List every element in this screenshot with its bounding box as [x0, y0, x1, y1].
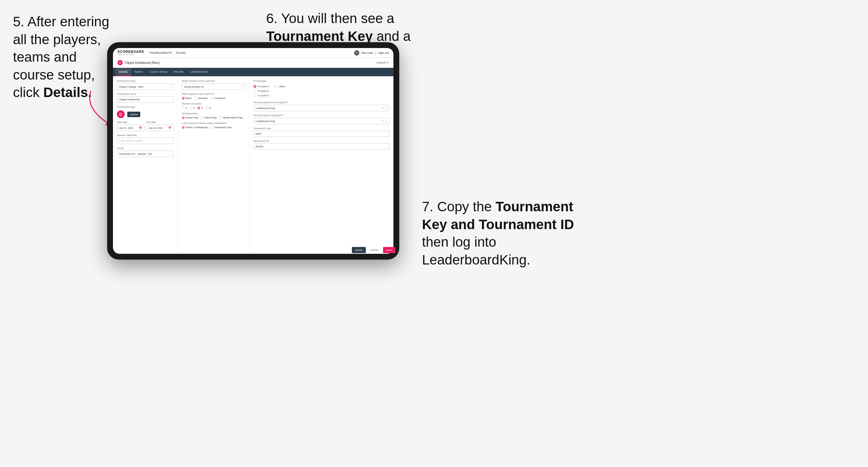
gender-mens-radio[interactable]	[182, 97, 185, 100]
tab-leaderboards[interactable]: Leaderboards	[187, 68, 211, 76]
format-options: 5 count 4 6 count 4 6 count 5	[253, 84, 390, 98]
user-name: Test User	[361, 51, 374, 55]
api1-clear-icon[interactable]: ✕	[381, 107, 384, 110]
tournament-name-row: C Clippd Invitational (Men)	[118, 60, 160, 65]
user-avatar: TU	[354, 50, 359, 56]
scoring-match-radio[interactable]	[200, 116, 204, 119]
scoreboard-logo: SCOREBOARD Powered by clippd	[118, 50, 144, 56]
api2-label: Use third-party scoring API?	[253, 114, 390, 117]
gender-womens[interactable]: Womens	[194, 97, 208, 100]
sign-out-button[interactable]: Sign out	[378, 51, 389, 55]
api1-dropdown[interactable]: Leaderboard King ✕ ⌄	[253, 105, 390, 111]
start-calendar-icon: 📅	[139, 127, 142, 129]
round-3[interactable]: 3	[197, 106, 203, 110]
tournament-name-input[interactable]: Clippd Invitational	[117, 96, 174, 103]
sponsor-label: Sponsor (optional)	[117, 134, 174, 136]
gender-womens-radio[interactable]	[194, 97, 197, 100]
tournament-key-value: 6efb7	[253, 131, 390, 137]
tab-results[interactable]: Results	[170, 68, 187, 76]
teams-label: Is this event for Teams and/or Individua…	[182, 122, 245, 125]
format-5count4-radio[interactable]	[253, 85, 256, 88]
format-other-radio[interactable]	[274, 85, 277, 88]
scoring-stroke[interactable]: Stroke Play	[182, 116, 198, 119]
upload-button[interactable]: Upload	[127, 112, 140, 117]
teams-with-individuals[interactable]: Teams (+Individuals)	[182, 126, 208, 129]
round-3-radio[interactable]	[197, 106, 200, 110]
format-label: Format type	[253, 80, 390, 83]
tablet-screen: SCOREBOARD Powered by clippd TOURNAMENTS…	[113, 48, 394, 254]
tab-bar: Details Teams Course Setup Results Leade…	[113, 68, 394, 76]
round-4-radio[interactable]	[206, 106, 208, 110]
format-5count4[interactable]: 5 count 4	[253, 85, 269, 88]
division-dropdown[interactable]: NCAA Division III ⌄	[182, 84, 245, 90]
sponsor-input[interactable]: Enter sponsor name	[117, 137, 174, 144]
start-date-field: Start date Jan 21, 2024 📅	[117, 121, 145, 131]
rounds-options: 1 2 3 4	[182, 106, 245, 110]
bottom-bar: Delete Cancel Save	[352, 247, 394, 253]
format-6count4[interactable]: 6 count 4	[253, 89, 269, 93]
tournament-id-label: Tournament ID	[253, 139, 390, 143]
gender-combined-radio[interactable]	[210, 97, 213, 100]
api1-chevron-icon: ⌄	[385, 107, 387, 110]
gender-combined[interactable]: Combined	[210, 97, 225, 100]
logo-preview: C	[117, 110, 125, 118]
api2-dropdown[interactable]: Leaderboard King ✕ ⌄	[253, 118, 390, 124]
tablet-device: SCOREBOARD Powered by clippd TOURNAMENTS…	[107, 42, 399, 260]
venue-dropdown[interactable]: Peachtree GC - Atlanta - GA ⌄	[117, 151, 174, 157]
cancel-footer-button[interactable]: Cancel	[368, 247, 381, 253]
rounds-label: Number of rounds	[182, 102, 245, 105]
tournament-name-text: Clippd Invitational (Men)	[125, 61, 160, 65]
tab-course-setup[interactable]: Course Setup	[146, 68, 170, 76]
gender-mens[interactable]: Mens	[182, 97, 191, 100]
round-1[interactable]: 1	[182, 106, 187, 110]
scoreboard-sub-text: Powered by clippd	[118, 54, 144, 56]
end-date-label: End date	[146, 121, 174, 124]
tournament-key-label: Tournament Key	[253, 127, 390, 130]
nav-teams[interactable]: TEAMS	[176, 51, 186, 55]
division-label: Which division is the event for?	[182, 80, 245, 83]
api2-chevron-icon: ⌄	[385, 120, 387, 123]
tab-teams[interactable]: Teams	[131, 68, 146, 76]
start-date-input[interactable]: Jan 21, 2024 📅	[117, 125, 145, 131]
individuals-only[interactable]: Individuals Only	[211, 126, 232, 129]
nav-right: TU Test User | Sign out	[354, 50, 389, 56]
main-content: Tournament Host Clippd College - Men ⌄ T…	[113, 76, 394, 250]
teams-with-individuals-radio[interactable]	[182, 126, 185, 129]
division-chevron-icon: ⌄	[241, 85, 243, 88]
end-calendar-icon: 📅	[168, 127, 172, 129]
sign-out-link[interactable]: |	[376, 51, 376, 55]
teams-options: Teams (+Individuals) Individuals Only	[182, 126, 245, 129]
logo-row: C Upload	[117, 110, 174, 118]
tournament-logo-icon: C	[118, 60, 123, 65]
format-other[interactable]: Other	[274, 85, 285, 88]
scoring-medal[interactable]: Medal Match Play	[219, 116, 243, 119]
save-button[interactable]: Save	[383, 247, 394, 253]
scoring-match[interactable]: Match Play	[200, 116, 217, 119]
tournament-id-value: 302051	[253, 144, 390, 150]
cancel-button[interactable]: Cancel ✕	[376, 61, 389, 64]
scoring-medal-radio[interactable]	[219, 116, 222, 119]
round-2[interactable]: 2	[190, 106, 195, 110]
format-6count5[interactable]: 6 count 5	[253, 94, 269, 97]
format-6count4-radio[interactable]	[253, 89, 256, 93]
host-dropdown[interactable]: Clippd College - Men ⌄	[117, 84, 174, 90]
api2-clear-icon[interactable]: ✕	[381, 120, 384, 123]
api1-label: Use third-party live scoring API?	[253, 101, 390, 104]
scoring-stroke-radio[interactable]	[182, 116, 185, 119]
annotation-bottom-right: 7. Copy the Tournament Key and Tournamen…	[422, 198, 591, 269]
round-4[interactable]: 4	[206, 106, 211, 110]
scoreboard-title-text: SCOREBOARD	[118, 50, 144, 54]
format-6count5-radio[interactable]	[253, 94, 256, 97]
round-2-radio[interactable]	[190, 106, 192, 110]
top-nav: SCOREBOARD Powered by clippd TOURNAMENTS…	[113, 48, 394, 58]
nav-tournaments[interactable]: TOURNAMENTS	[149, 51, 172, 55]
middle-column: Which division is the event for? NCAA Di…	[178, 76, 249, 250]
delete-button[interactable]: Delete	[352, 247, 366, 253]
start-date-label: Start date	[117, 121, 145, 124]
nav-links: TOURNAMENTS TEAMS	[149, 51, 186, 55]
end-date-input[interactable]: Jan 23, 2024 📅	[146, 125, 174, 131]
nav-left: SCOREBOARD Powered by clippd TOURNAMENTS…	[118, 50, 186, 56]
individuals-only-radio[interactable]	[211, 126, 214, 129]
tab-details[interactable]: Details	[116, 68, 131, 76]
round-1-radio[interactable]	[182, 106, 185, 110]
